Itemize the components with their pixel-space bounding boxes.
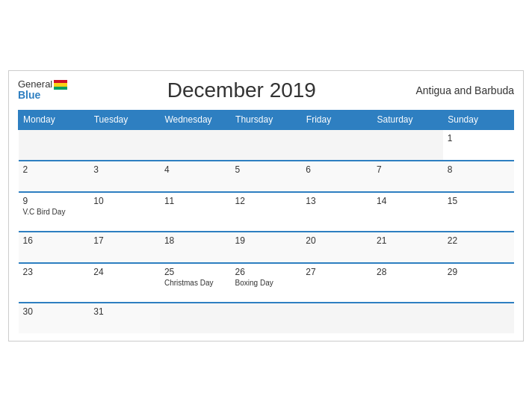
- day-event: Christmas Day: [164, 279, 226, 287]
- day-number: 26: [235, 267, 297, 277]
- country-name: Antigua and Barbuda: [415, 84, 514, 96]
- calendar-header: General Blue December 2019 Antigua and B…: [18, 78, 514, 102]
- logo-flag-icon: [54, 80, 67, 90]
- day-number: 21: [377, 235, 439, 246]
- calendar-day-cell: 29: [443, 263, 514, 303]
- calendar-day-cell: [89, 129, 160, 161]
- calendar-day-cell: 27: [301, 263, 372, 303]
- calendar-week-row: 3031: [19, 303, 514, 333]
- day-number: 29: [448, 267, 510, 277]
- day-number: 12: [235, 196, 297, 206]
- calendar-week-row: 16171819202122: [19, 232, 514, 263]
- calendar-day-cell: 6: [301, 161, 372, 192]
- calendar-title: December 2019: [67, 78, 415, 102]
- calendar-day-cell: [160, 303, 231, 333]
- day-number: 17: [93, 235, 155, 246]
- calendar-day-cell: 17: [89, 232, 160, 263]
- header-wednesday: Wednesday: [160, 110, 231, 129]
- calendar-day-cell: 22: [443, 232, 514, 263]
- day-event: V.C Bird Day: [23, 208, 85, 216]
- calendar-day-cell: [160, 129, 231, 161]
- calendar-day-cell: [231, 303, 302, 333]
- day-event: Boxing Day: [235, 279, 297, 287]
- header-friday: Friday: [301, 110, 372, 129]
- calendar-container: General Blue December 2019 Antigua and B…: [8, 70, 524, 342]
- calendar-day-cell: [19, 129, 90, 161]
- calendar-day-cell: [443, 303, 514, 333]
- calendar-day-cell: [372, 303, 443, 333]
- calendar-day-cell: 12: [231, 192, 302, 232]
- calendar-day-cell: 3: [89, 161, 160, 192]
- calendar-day-cell: [301, 129, 372, 161]
- calendar-day-cell: 24: [89, 263, 160, 303]
- calendar-day-cell: 28: [372, 263, 443, 303]
- header-tuesday: Tuesday: [89, 110, 160, 129]
- calendar-day-cell: 16: [19, 232, 90, 263]
- calendar-day-cell: 2: [19, 161, 90, 192]
- day-number: 24: [93, 267, 155, 277]
- day-number: 23: [23, 267, 85, 277]
- calendar-day-cell: 5: [231, 161, 302, 192]
- calendar-day-cell: 7: [372, 161, 443, 192]
- calendar-day-cell: 18: [160, 232, 231, 263]
- calendar-day-cell: 23: [19, 263, 90, 303]
- day-number: 1: [448, 133, 510, 143]
- logo: General Blue: [18, 79, 67, 102]
- day-number: 18: [164, 235, 226, 246]
- day-number: 7: [377, 164, 439, 175]
- calendar-week-row: 9V.C Bird Day101112131415: [19, 192, 514, 232]
- calendar-day-cell: 25Christmas Day: [160, 263, 231, 303]
- day-number: 15: [448, 196, 510, 206]
- weekday-header-row: Monday Tuesday Wednesday Thursday Friday…: [19, 110, 514, 129]
- calendar-day-cell: 8: [443, 161, 514, 192]
- calendar-day-cell: [372, 129, 443, 161]
- day-number: 25: [164, 267, 226, 277]
- calendar-day-cell: 1: [443, 129, 514, 161]
- day-number: 4: [164, 164, 226, 175]
- day-number: 28: [377, 267, 439, 277]
- calendar-day-cell: 31: [89, 303, 160, 333]
- day-number: 2: [23, 164, 85, 175]
- day-number: 6: [306, 164, 368, 175]
- calendar-grid: Monday Tuesday Wednesday Thursday Friday…: [18, 110, 514, 333]
- day-number: 3: [93, 164, 155, 175]
- header-saturday: Saturday: [372, 110, 443, 129]
- calendar-day-cell: 11: [160, 192, 231, 232]
- day-number: 5: [235, 164, 297, 175]
- day-number: 31: [93, 306, 155, 317]
- calendar-day-cell: [301, 303, 372, 333]
- calendar-day-cell: 21: [372, 232, 443, 263]
- header-monday: Monday: [19, 110, 90, 129]
- logo-blue-text: Blue: [18, 90, 67, 101]
- day-number: 22: [448, 235, 510, 246]
- calendar-day-cell: 15: [443, 192, 514, 232]
- day-number: 10: [93, 196, 155, 206]
- calendar-day-cell: 4: [160, 161, 231, 192]
- day-number: 9: [23, 196, 85, 206]
- day-number: 11: [164, 196, 226, 206]
- logo-general-text: General: [18, 79, 67, 90]
- day-number: 14: [377, 196, 439, 206]
- header-sunday: Sunday: [443, 110, 514, 129]
- day-number: 27: [306, 267, 368, 277]
- day-number: 16: [23, 235, 85, 246]
- calendar-day-cell: 10: [89, 192, 160, 232]
- calendar-day-cell: 20: [301, 232, 372, 263]
- day-number: 20: [306, 235, 368, 246]
- calendar-week-row: 1: [19, 129, 514, 161]
- calendar-day-cell: 26Boxing Day: [231, 263, 302, 303]
- day-number: 19: [235, 235, 297, 246]
- calendar-day-cell: 13: [301, 192, 372, 232]
- day-number: 30: [23, 306, 85, 317]
- calendar-day-cell: [231, 129, 302, 161]
- calendar-day-cell: 19: [231, 232, 302, 263]
- day-number: 8: [448, 164, 510, 175]
- header-thursday: Thursday: [231, 110, 302, 129]
- calendar-day-cell: 14: [372, 192, 443, 232]
- calendar-day-cell: 30: [19, 303, 90, 333]
- calendar-day-cell: 9V.C Bird Day: [19, 192, 90, 232]
- calendar-week-row: 232425Christmas Day26Boxing Day272829: [19, 263, 514, 303]
- calendar-week-row: 2345678: [19, 161, 514, 192]
- day-number: 13: [306, 196, 368, 206]
